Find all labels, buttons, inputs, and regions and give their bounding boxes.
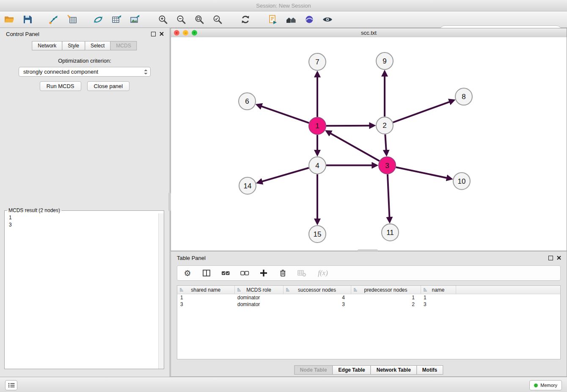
memory-label: Memory [540, 383, 557, 388]
column-header-name[interactable]: name [421, 286, 456, 294]
first-neighbors-button[interactable] [284, 13, 298, 26]
tab-network-table[interactable]: Network Table [371, 365, 417, 375]
eye-icon [322, 14, 333, 25]
column-header-shared-name[interactable]: shared name [177, 286, 234, 294]
close-table-panel-button[interactable] [557, 256, 561, 260]
plus-icon [259, 269, 268, 277]
node-table-cell[interactable]: dominator [234, 301, 283, 308]
tab-motifs[interactable]: Motifs [416, 365, 443, 375]
network-node-label: 7 [315, 58, 319, 66]
network-window-titlebar: × − + scc.txt [171, 28, 567, 38]
node-table-cell[interactable]: 3 [177, 301, 234, 308]
import-network-icon [49, 14, 59, 25]
network-node-label: 6 [245, 97, 249, 105]
zoom-fit-button[interactable] [192, 13, 206, 26]
control-panel: Control Panel Network Style Select MCDS … [0, 28, 171, 377]
toolbar-separator [83, 19, 87, 20]
open-file-button[interactable] [2, 13, 17, 26]
node-table-cell[interactable]: 3 [283, 301, 351, 308]
network-node-label: 11 [386, 229, 394, 237]
close-panel-button[interactable]: Close panel [87, 81, 130, 91]
vertical-splitter-handle[interactable] [168, 193, 171, 211]
tab-mcds[interactable]: MCDS [110, 41, 137, 50]
network-edge[interactable] [385, 134, 386, 150]
apply-layout-button[interactable] [238, 13, 253, 26]
export-image-button[interactable] [127, 13, 142, 26]
zoom-selected-button[interactable] [210, 13, 225, 26]
network-canvas[interactable]: 7968124314101511 [171, 37, 567, 251]
column-header-mcds-role[interactable]: MCDS role [234, 286, 283, 294]
toolbar-separator [256, 19, 262, 20]
mcds-result-lines[interactable]: 1 3 [9, 214, 12, 229]
network-edge[interactable] [396, 167, 447, 178]
close-panel-icon-button[interactable] [160, 32, 164, 36]
tab-network[interactable]: Network [32, 41, 62, 50]
select-all-columns-button[interactable] [220, 268, 231, 278]
export-table-button[interactable] [109, 13, 124, 26]
window-title: Session: New Session [256, 3, 311, 9]
network-edge[interactable] [393, 102, 450, 122]
import-table-button[interactable] [65, 13, 79, 26]
node-table-cell-filler [456, 301, 560, 308]
zoom-in-button[interactable] [156, 13, 170, 26]
network-edge[interactable] [261, 106, 309, 123]
import-network-button[interactable] [47, 13, 61, 26]
tab-edge-table[interactable]: Edge Table [333, 365, 371, 375]
mcds-result-title: MCDS result (2 nodes) [7, 207, 61, 213]
show-details-button[interactable] [320, 13, 335, 26]
control-panel-title: Control Panel [6, 31, 39, 37]
network-svg[interactable]: 7968124314101511 [171, 37, 567, 251]
node-table-cell[interactable]: 1 [421, 294, 456, 301]
table-row[interactable]: 3dominator323 [177, 301, 560, 308]
apply-style-button[interactable] [302, 13, 317, 26]
mcds-result-line: 1 [9, 214, 12, 221]
memory-status-icon [534, 384, 538, 387]
save-session-button[interactable] [20, 13, 35, 26]
homes-icon [286, 14, 297, 25]
node-table-cell[interactable]: 3 [421, 301, 456, 308]
columns-icon [202, 269, 211, 277]
table-row[interactable]: 1dominator411 [177, 294, 560, 301]
function-builder-button[interactable]: f(x) [316, 268, 330, 278]
memory-button[interactable]: Memory [529, 380, 562, 390]
task-history-button[interactable] [5, 380, 17, 390]
export-network-button[interactable] [91, 13, 105, 26]
criterion-dropdown-value: strongly connected component [23, 69, 144, 75]
node-table-cell[interactable]: 2 [351, 301, 421, 308]
column-header-successor-nodes[interactable]: successor nodes [283, 286, 351, 294]
result-scrollbar[interactable] [158, 213, 164, 369]
network-edge[interactable] [326, 126, 370, 126]
table-panel-title: Table Panel [177, 255, 206, 261]
delete-table-button[interactable] [297, 268, 307, 278]
float-panel-button[interactable] [151, 32, 156, 36]
network-node-label: 15 [314, 230, 322, 238]
network-node-label: 1 [315, 122, 319, 130]
tab-style[interactable]: Style [62, 41, 85, 50]
column-header-predecessor-nodes[interactable]: predecessor nodes [351, 286, 421, 294]
network-edge[interactable] [330, 133, 379, 161]
tab-select[interactable]: Select [85, 41, 110, 50]
delete-column-button[interactable] [278, 268, 288, 278]
zoom-out-button[interactable] [174, 13, 188, 26]
refresh-icon [240, 14, 250, 25]
create-column-button[interactable] [259, 268, 269, 278]
node-table-cell[interactable]: 4 [283, 294, 351, 301]
table-panel-tabs: Node Table Edge Table Network Table Moti… [295, 365, 443, 375]
float-table-panel-button[interactable] [548, 256, 553, 260]
run-mcds-button[interactable]: Run MCDS [40, 81, 81, 91]
export-image-icon [129, 14, 140, 25]
network-edge[interactable] [262, 168, 309, 181]
tab-node-table[interactable]: Node Table [294, 365, 333, 375]
node-table-cell[interactable]: 1 [177, 294, 234, 301]
deselect-all-columns-button[interactable] [239, 268, 250, 278]
node-table-cell[interactable]: dominator [234, 294, 283, 301]
toolbar-separator [228, 19, 234, 20]
show-columns-button[interactable] [201, 268, 212, 278]
node-table-cell[interactable]: 1 [351, 294, 421, 301]
network-overview-button[interactable] [266, 13, 280, 26]
table-toolbar: ⚙ f(x) [177, 265, 561, 281]
table-settings-button[interactable]: ⚙ [182, 268, 193, 278]
criterion-dropdown[interactable]: strongly connected component [19, 67, 151, 77]
toolbar-separator [39, 19, 43, 20]
network-edge[interactable] [388, 174, 390, 218]
